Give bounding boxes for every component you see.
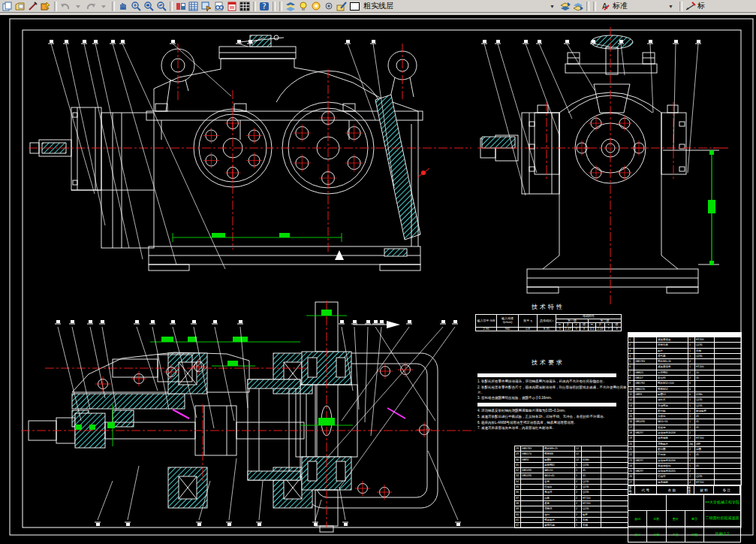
bom-cell (715, 349, 742, 354)
window-arrow-icon[interactable] (200, 1, 212, 12)
front-view-weld-mark (417, 168, 429, 177)
bom-cell (634, 364, 657, 370)
bom-cell: 45 (582, 473, 601, 479)
bom-cell: 1 (688, 409, 695, 414)
title-block-cell: 标记 (628, 511, 647, 526)
tech-value: 960 (497, 327, 519, 331)
separator (54, 2, 57, 11)
bom-cell (715, 343, 742, 348)
help-icon[interactable]: ? (258, 1, 270, 12)
layer-gear-icon[interactable] (323, 1, 335, 12)
bom-cell: 1 (688, 414, 695, 419)
redo-dropdown-icon[interactable] (98, 1, 110, 12)
color-swatch[interactable] (350, 2, 360, 11)
bom-cell: 套筒 (544, 479, 575, 485)
zoom-previous-icon[interactable] (155, 1, 167, 12)
bom-cell: 垫圈8 (544, 458, 575, 463)
bom-cell (601, 496, 628, 501)
bom-cell: GB5783 (634, 359, 657, 364)
bom-cell: 低速轴 (657, 425, 688, 431)
tech-col-header: 输入功率 /kW (476, 315, 497, 328)
redo-icon[interactable] (85, 1, 97, 12)
bom-cell (634, 480, 657, 485)
bom-cell: 2 (628, 343, 634, 348)
svg-text:?: ? (262, 2, 266, 11)
bom-cell: 螺栓M12×100 (657, 381, 688, 386)
bom-cell (634, 343, 657, 348)
bom-cell: 12 (575, 446, 582, 452)
tech-table-title: 技术特性 (475, 303, 621, 311)
text-style-icon[interactable]: A (598, 1, 610, 12)
bom-cell (634, 354, 657, 359)
layer-combo[interactable]: 粗实线层 ▼ (362, 1, 559, 11)
tech-value: 7 (605, 327, 613, 331)
bom-cell (634, 474, 657, 479)
bom-cell: 中间轴 (657, 452, 688, 458)
bom-cell: 24 (628, 464, 634, 469)
layers-icon[interactable] (285, 1, 297, 12)
dim-style-combo-label[interactable]: 标 (697, 1, 711, 11)
bom-cell: Q235 (582, 490, 601, 495)
bom-cell: 键14×45 (544, 473, 575, 479)
bom-cell: 垫圈12 (657, 392, 688, 397)
layer-up-icon[interactable] (559, 1, 571, 12)
bom-cell: 32 (515, 468, 521, 473)
undo-dropdown-icon[interactable] (72, 1, 84, 12)
chevron-down-icon[interactable]: ▼ (547, 4, 557, 9)
bom-cell (634, 409, 657, 414)
style-combo[interactable]: 标准 ▼ (611, 1, 677, 11)
bom-cell: Q235 (695, 343, 715, 348)
tech-note-line: 1. 装配前所有零件用煤油清洗，滚动轴承用汽油清洗，机体内不允许有任何杂物存在。 (477, 379, 629, 385)
bom-cell (634, 349, 657, 354)
color-circle-icon[interactable] (310, 1, 322, 12)
edit-properties-icon[interactable] (40, 1, 52, 12)
bom-cell: 33 (515, 473, 521, 479)
visibility-bulb-icon[interactable] (297, 1, 309, 12)
zoom-in-icon[interactable] (130, 1, 142, 12)
grid-display-icon[interactable] (188, 1, 200, 12)
bom-cell: 45 (695, 419, 715, 425)
separator (273, 2, 276, 11)
title-block-row (628, 495, 703, 511)
bom-cell: 2 (688, 458, 695, 464)
bom-cell (715, 419, 742, 425)
pan-icon[interactable] (117, 1, 129, 12)
bom-cell (521, 506, 544, 512)
refresh-view-icon[interactable] (175, 1, 187, 12)
table-grid-icon[interactable] (239, 1, 251, 12)
tech-note-line: 4. 滚动轴承安装时轴向游隙用调整垫片调整为0.05~0.1mm。 (477, 409, 629, 414)
dimension-style-icon[interactable] (685, 1, 697, 12)
macro-book-icon[interactable] (226, 1, 238, 12)
layer-pen-icon[interactable] (336, 1, 348, 12)
undo-icon[interactable] (59, 1, 71, 12)
bom-cell: 2 (575, 496, 582, 501)
zoom-window-icon[interactable] (143, 1, 155, 12)
bom-cell (582, 452, 601, 457)
tech-value: 8 (580, 327, 589, 331)
new-file-icon[interactable] (2, 1, 14, 12)
bom-cell: 高速轴齿轮 (657, 464, 688, 469)
bom-cell: 12 (628, 397, 634, 403)
bom-cell: 40 (515, 512, 521, 518)
bom-cell: 1 (628, 337, 634, 343)
bom-cell (521, 512, 544, 518)
layer-down-icon[interactable] (572, 1, 584, 12)
bom-cell (634, 452, 657, 458)
bom-cell (695, 381, 715, 386)
open-file-icon[interactable] (14, 1, 26, 12)
front-view (30, 35, 423, 270)
bom-cell: 油标尺 (657, 397, 688, 403)
bom-cell: 起盖螺钉 (544, 463, 575, 468)
bom-cell: 1 (688, 349, 695, 354)
bom-cell: GB93 (634, 392, 657, 397)
bom-cell: 毡圈 (695, 447, 715, 452)
bom-cell: Q235 (582, 506, 601, 512)
print-preview-icon[interactable] (213, 1, 225, 12)
layer-combo-value: 粗实线层 (363, 1, 393, 11)
format-brush-icon[interactable] (27, 1, 39, 12)
chevron-down-icon[interactable]: ▼ (666, 4, 676, 9)
bom-cell: 65Mn (695, 392, 715, 397)
bom-cell (601, 501, 628, 506)
bom-cell: Q235 (695, 397, 715, 403)
bom-cell: 2 (688, 436, 695, 441)
